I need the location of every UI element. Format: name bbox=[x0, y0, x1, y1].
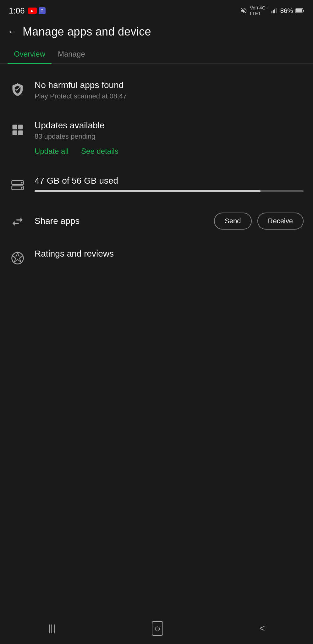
status-time: 1:06 bbox=[9, 6, 25, 16]
ratings-content: Ratings and reviews bbox=[35, 249, 304, 261]
ratings-title: Ratings and reviews bbox=[35, 249, 304, 259]
tab-manage[interactable]: Manage bbox=[52, 45, 91, 64]
teams-icon: T bbox=[39, 7, 46, 14]
updates-icon bbox=[9, 122, 26, 138]
svg-rect-3 bbox=[276, 8, 277, 14]
back-button[interactable]: ← bbox=[8, 27, 16, 37]
status-icons: T bbox=[28, 7, 46, 14]
update-all-button[interactable]: Update all bbox=[35, 147, 69, 156]
youtube-icon bbox=[28, 8, 37, 14]
status-left: 1:06 T bbox=[9, 6, 46, 16]
recent-apps-button[interactable]: ||| bbox=[48, 623, 55, 634]
svg-rect-8 bbox=[18, 125, 23, 130]
send-button[interactable]: Send bbox=[214, 213, 251, 230]
page-title: Manage apps and device bbox=[23, 25, 151, 38]
receive-button[interactable]: Receive bbox=[257, 213, 304, 230]
svg-rect-7 bbox=[13, 125, 17, 130]
updates-section: Updates available 83 updates pending Upd… bbox=[0, 110, 313, 166]
ratings-section[interactable]: Ratings and reviews bbox=[0, 239, 313, 276]
see-details-button[interactable]: See details bbox=[81, 147, 118, 156]
updates-title: Updates available bbox=[35, 120, 304, 130]
svg-rect-0 bbox=[272, 11, 272, 13]
storage-section: 47 GB of 56 GB used bbox=[0, 166, 313, 203]
svg-rect-5 bbox=[296, 9, 302, 13]
share-apps-buttons: Send Receive bbox=[214, 213, 304, 230]
svg-rect-10 bbox=[18, 130, 23, 135]
storage-icon bbox=[9, 177, 26, 193]
nav-bar: ||| ○ < bbox=[0, 616, 313, 644]
storage-bar bbox=[35, 190, 304, 192]
play-protect-content: No harmful apps found Play Protect scann… bbox=[35, 80, 304, 100]
share-apps-label: Share apps bbox=[35, 216, 80, 226]
svg-point-13 bbox=[21, 182, 23, 184]
storage-bar-fill bbox=[35, 190, 261, 192]
share-apps-section: Share apps Send Receive bbox=[0, 203, 313, 239]
tab-overview[interactable]: Overview bbox=[8, 45, 52, 64]
svg-point-15 bbox=[12, 253, 24, 264]
play-protect-subtitle: Play Protect scanned at 08:47 bbox=[35, 92, 304, 100]
updates-content: Updates available 83 updates pending Upd… bbox=[35, 120, 304, 156]
updates-subtitle: 83 updates pending bbox=[35, 132, 304, 141]
tabs-container: Overview Manage bbox=[0, 45, 313, 64]
battery-icon bbox=[295, 8, 304, 13]
svg-rect-2 bbox=[274, 9, 275, 13]
back-nav-button[interactable]: < bbox=[259, 623, 265, 634]
status-bar: 1:06 T Vol) 4G+LTE1 86% bbox=[0, 0, 313, 19]
home-button[interactable]: ○ bbox=[152, 621, 163, 636]
mute-icon bbox=[240, 7, 247, 14]
update-action-buttons: Update all See details bbox=[35, 147, 304, 156]
svg-rect-6 bbox=[303, 10, 304, 12]
svg-rect-9 bbox=[13, 130, 17, 135]
battery-text: 86% bbox=[280, 7, 293, 14]
share-apps-icon bbox=[9, 214, 26, 230]
play-protect-section: No harmful apps found Play Protect scann… bbox=[0, 70, 313, 110]
signal-bars-icon bbox=[271, 7, 278, 14]
play-protect-icon bbox=[9, 81, 26, 98]
header: ← Manage apps and device bbox=[0, 19, 313, 45]
signal-info: Vol) 4G+LTE1 bbox=[250, 5, 268, 16]
svg-point-14 bbox=[21, 187, 23, 189]
storage-content: 47 GB of 56 GB used bbox=[35, 176, 304, 192]
play-protect-title: No harmful apps found bbox=[35, 80, 304, 90]
storage-title: 47 GB of 56 GB used bbox=[35, 176, 304, 186]
status-right: Vol) 4G+LTE1 86% bbox=[240, 5, 304, 16]
ratings-icon bbox=[9, 250, 26, 266]
content: No harmful apps found Play Protect scann… bbox=[0, 67, 313, 280]
svg-rect-1 bbox=[273, 10, 274, 13]
